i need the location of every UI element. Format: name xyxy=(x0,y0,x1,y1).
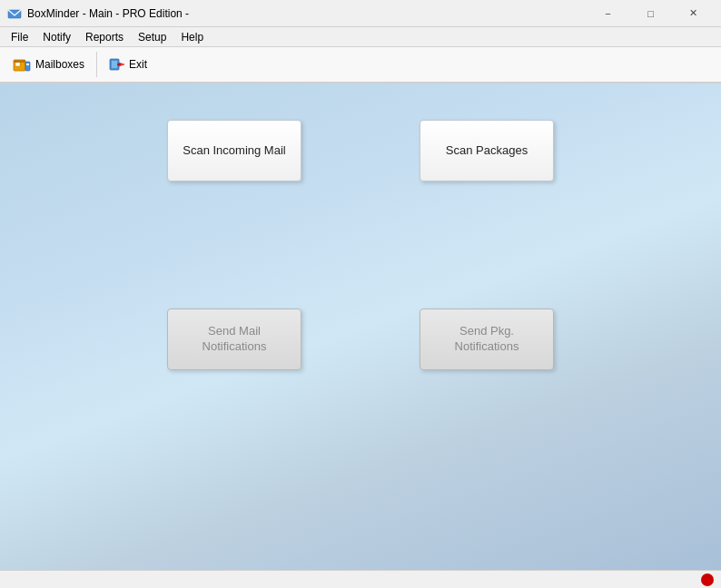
close-button[interactable]: ✕ xyxy=(673,1,714,26)
svg-rect-7 xyxy=(112,61,117,68)
menu-help[interactable]: Help xyxy=(173,29,211,45)
exit-button[interactable]: Exit xyxy=(101,52,155,77)
maximize-button[interactable]: □ xyxy=(630,1,671,26)
menu-bar: File Notify Reports Setup Help xyxy=(0,27,721,47)
scan-incoming-mail-button[interactable]: Scan Incoming Mail xyxy=(167,120,301,181)
top-buttons-row: Scan Incoming Mail Scan Packages xyxy=(167,120,554,181)
exit-label: Exit xyxy=(129,58,147,71)
title-bar: BoxMinder - Main - PRO Edition - − □ ✕ xyxy=(0,0,721,27)
status-bar xyxy=(0,570,721,588)
mailboxes-icon xyxy=(12,54,32,74)
menu-setup[interactable]: Setup xyxy=(131,29,173,45)
app-icon xyxy=(7,6,22,21)
mailboxes-label: Mailboxes xyxy=(35,58,84,71)
toolbar: Mailboxes Exit xyxy=(0,47,721,83)
send-mail-notifications-button[interactable]: Send Mail Notifications xyxy=(167,309,301,370)
svg-rect-4 xyxy=(26,64,29,65)
menu-reports[interactable]: Reports xyxy=(78,29,131,45)
status-indicator xyxy=(701,573,714,586)
minimize-button[interactable]: − xyxy=(588,1,628,26)
menu-file[interactable]: File xyxy=(4,29,35,45)
svg-rect-5 xyxy=(14,60,25,63)
scan-packages-button[interactable]: Scan Packages xyxy=(420,120,554,181)
svg-rect-3 xyxy=(25,62,30,71)
mailboxes-button[interactable]: Mailboxes xyxy=(4,50,93,79)
exit-icon xyxy=(109,56,125,73)
menu-notify[interactable]: Notify xyxy=(35,29,78,45)
send-pkg-notifications-button[interactable]: Send Pkg. Notifications xyxy=(420,309,554,370)
window-title: BoxMinder - Main - PRO Edition - xyxy=(27,7,588,20)
bottom-buttons-row: Send Mail Notifications Send Pkg. Notifi… xyxy=(167,309,554,370)
main-content: Scan Incoming Mail Scan Packages Send Ma… xyxy=(0,83,721,570)
window-controls: − □ ✕ xyxy=(588,1,714,26)
toolbar-separator xyxy=(96,52,97,77)
